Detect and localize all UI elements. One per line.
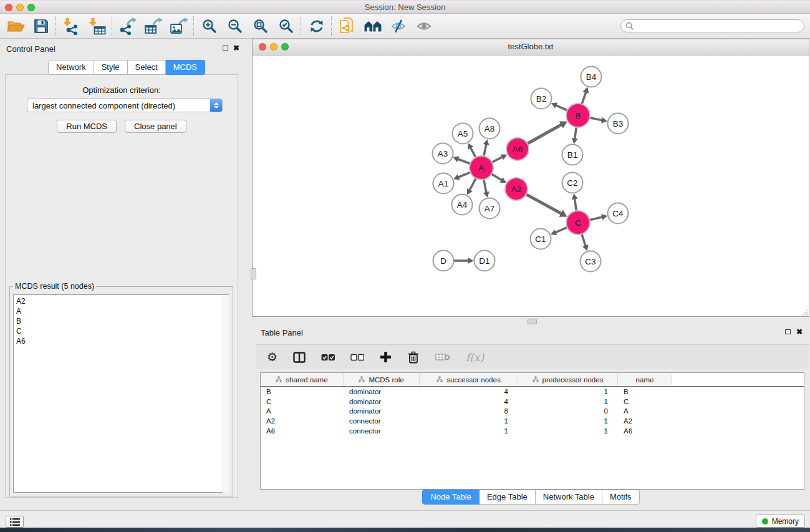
table-row[interactable]: Adominator80A xyxy=(261,407,804,417)
column-header[interactable]: name xyxy=(618,373,672,386)
graph-edge[interactable] xyxy=(582,233,586,246)
mcds-result-item[interactable]: B xyxy=(16,316,228,326)
function-builder-button[interactable]: f(x) xyxy=(466,349,484,365)
table-cell[interactable]: 4 xyxy=(420,388,518,395)
table-cell[interactable]: 1 xyxy=(518,398,618,405)
delete-table-button[interactable] xyxy=(435,349,450,365)
node-table[interactable]: shared nameMCDS rolesuccessor nodesprede… xyxy=(260,372,804,490)
import-table-button[interactable] xyxy=(84,16,110,37)
table-row[interactable]: Cdominator41C xyxy=(261,397,804,407)
left-splitter-handle[interactable] xyxy=(251,268,256,279)
table-row[interactable]: Bdominator41B xyxy=(261,387,804,397)
graph-edge[interactable] xyxy=(470,147,476,158)
tab-motifs[interactable]: Motifs xyxy=(602,490,640,505)
table-settings-button[interactable]: ⚙ xyxy=(267,349,277,365)
mcds-result-item[interactable]: A xyxy=(16,306,228,316)
export-image-button[interactable] xyxy=(166,16,191,37)
tab-edge-table[interactable]: Edge Table xyxy=(480,490,536,505)
mcds-result-item[interactable]: A2 xyxy=(16,296,228,306)
table-cell[interactable]: 1 xyxy=(420,417,518,425)
tab-select[interactable]: Select xyxy=(128,60,166,75)
graph-edge[interactable] xyxy=(491,173,502,180)
zoom-fit-button[interactable] xyxy=(248,16,273,37)
zoom-in-button[interactable] xyxy=(196,16,222,37)
zoom-selected-button[interactable] xyxy=(273,16,299,37)
table-cell[interactable]: connector xyxy=(344,417,420,425)
table-cell[interactable]: B xyxy=(618,388,672,395)
graph-edge[interactable] xyxy=(575,127,577,139)
column-header[interactable]: successor nodes xyxy=(420,373,518,386)
table-cell[interactable]: dominator xyxy=(344,398,420,405)
column-layout-button[interactable] xyxy=(293,349,306,365)
graph-edge[interactable] xyxy=(458,172,471,178)
table-cell[interactable]: C xyxy=(618,398,672,405)
table-cell[interactable]: connector xyxy=(344,427,420,435)
table-cell[interactable]: C xyxy=(261,398,344,405)
column-header[interactable]: shared name xyxy=(261,373,344,386)
table-cell[interactable]: A2 xyxy=(618,417,672,425)
column-header[interactable]: MCDS role xyxy=(344,373,420,386)
table-cell[interactable]: A xyxy=(618,407,672,415)
graph-edge[interactable] xyxy=(555,227,568,233)
run-mcds-button[interactable]: Run MCDS xyxy=(57,120,117,133)
table-cell[interactable]: dominator xyxy=(344,388,420,395)
network-from-file-button[interactable] xyxy=(334,16,360,37)
refresh-button[interactable] xyxy=(304,16,329,37)
close-panel-button[interactable]: Close panel xyxy=(125,120,186,133)
tab-network-table[interactable]: Network Table xyxy=(536,490,602,505)
table-row[interactable]: A2connector11A2 xyxy=(261,416,804,426)
task-history-button[interactable] xyxy=(6,516,24,528)
tab-network[interactable]: Network xyxy=(48,60,94,75)
mcds-result-item[interactable]: C xyxy=(16,326,228,336)
memory-button[interactable]: Memory xyxy=(756,515,805,528)
table-close-panel-icon[interactable]: ✖ xyxy=(796,328,803,336)
graph-edge[interactable] xyxy=(484,143,486,157)
mcds-result-list[interactable]: A2ABCA6 xyxy=(13,294,229,493)
tab-style[interactable]: Style xyxy=(94,60,128,75)
result-scrollbar[interactable] xyxy=(223,295,229,493)
add-row-button[interactable] xyxy=(380,349,392,365)
show-all-button[interactable] xyxy=(411,16,436,37)
table-cell[interactable]: 1 xyxy=(518,388,618,395)
table-cell[interactable]: A6 xyxy=(618,427,672,435)
graph-edge[interactable] xyxy=(484,179,487,193)
network-canvas[interactable]: AA1A2A3A4A5A6A7A8BB1B2B3B4CC1C2C3C4DD1 xyxy=(253,56,809,316)
network-graph[interactable]: AA1A2A3A4A5A6A7A8BB1B2B3B4CC1C2C3C4DD1 xyxy=(253,56,809,317)
zoom-out-button[interactable] xyxy=(222,16,248,37)
table-cell[interactable]: A2 xyxy=(261,417,344,425)
table-cell[interactable]: A xyxy=(261,407,344,415)
close-panel-icon[interactable]: ✖ xyxy=(233,44,239,52)
graph-edge[interactable] xyxy=(527,124,562,143)
table-cell[interactable]: 1 xyxy=(420,427,518,435)
graph-edge[interactable] xyxy=(589,217,603,220)
resize-grip-icon[interactable] xyxy=(801,308,809,316)
table-row[interactable]: A6connector11A6 xyxy=(261,426,804,436)
search-input[interactable] xyxy=(637,21,804,32)
optimization-criterion-select[interactable]: largest connected component (directed) xyxy=(27,99,223,112)
table-cell[interactable]: B xyxy=(261,388,344,395)
table-cell[interactable]: 1 xyxy=(518,427,618,435)
select-all-button[interactable] xyxy=(321,349,335,365)
table-cell[interactable]: 1 xyxy=(518,417,618,425)
home-button[interactable] xyxy=(360,16,385,37)
graph-edge[interactable] xyxy=(589,118,603,120)
graph-edge[interactable] xyxy=(526,194,562,214)
export-network-button[interactable] xyxy=(115,16,140,37)
tab-node-table[interactable]: Node Table xyxy=(422,490,480,505)
hide-selected-button[interactable] xyxy=(385,16,411,37)
column-header[interactable]: predecessor nodes xyxy=(518,373,618,386)
mcds-result-item[interactable]: A6 xyxy=(16,336,228,346)
graph-edge[interactable] xyxy=(457,159,471,164)
graph-edge[interactable] xyxy=(582,92,586,105)
table-cell[interactable]: dominator xyxy=(344,407,420,415)
graph-edge[interactable] xyxy=(556,105,568,110)
graph-edge[interactable] xyxy=(470,178,476,191)
table-cell[interactable]: A6 xyxy=(261,427,344,435)
import-network-button[interactable] xyxy=(59,16,84,37)
export-table-button[interactable] xyxy=(140,16,166,37)
table-float-panel-icon[interactable] xyxy=(785,329,791,334)
table-cell[interactable]: 0 xyxy=(518,407,618,415)
table-cell[interactable]: 4 xyxy=(420,398,518,405)
deselect-all-button[interactable] xyxy=(350,349,364,365)
graph-edge[interactable] xyxy=(491,157,503,163)
